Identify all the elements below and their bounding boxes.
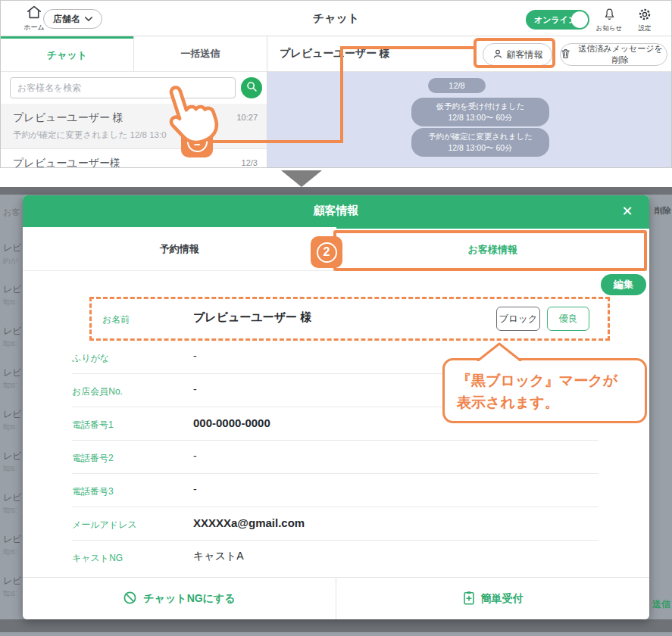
bg-fragment: 削除 (655, 205, 671, 217)
callout-tooltip: 『黒ブロック』マークが 表示されます。 (442, 358, 647, 423)
chat-ng-label: チャットNGにする (143, 592, 235, 606)
easy-reception-label: 簡単受付 (481, 592, 524, 606)
system-message-line: 予約が確定に変更されました (416, 131, 545, 142)
modal-title: 顧客情報 (23, 204, 649, 218)
bell-icon (603, 11, 616, 23)
chat-date-chip: 12/8 (428, 78, 486, 93)
tab-chat[interactable]: チャット (1, 36, 133, 71)
field-label: お店会員No. (72, 385, 123, 398)
search-input[interactable] (10, 77, 236, 98)
field-row: 電話番号3 - (23, 474, 649, 507)
callout-text: 表示されます。 (457, 391, 633, 413)
search-button[interactable] (241, 77, 262, 98)
step-2-badge: 2 (311, 236, 342, 268)
field-label: お名前 (102, 313, 130, 326)
system-message-line: 12/8 13:00〜 60分 (416, 142, 545, 154)
annotation-connector (340, 46, 477, 49)
chat-ng-button[interactable]: チャットNGにする (23, 578, 336, 619)
bg-fragment: レビ (3, 242, 22, 254)
dim-strip (0, 187, 672, 195)
search-icon (246, 81, 258, 95)
field-value: 000-0000-0000 (193, 416, 270, 429)
field-label: ふりがな (72, 352, 109, 365)
settings-button[interactable]: 設定 (628, 8, 661, 33)
bg-fragment: ttps: (3, 547, 17, 556)
bg-fragment: レビ (3, 575, 22, 588)
system-message-chip: 予約が確定に変更されました 12/8 13:00〜 60分 (411, 128, 549, 157)
callout-text: 『黒ブロック』マークが (457, 369, 633, 391)
customer-info-button[interactable]: 顧客情報 (483, 43, 552, 66)
field-value: キャストA (193, 550, 244, 563)
field-value: - (193, 483, 197, 495)
step-2-number: 2 (317, 242, 337, 263)
field-label: メールアドレス (72, 519, 137, 532)
delete-sent-messages-button[interactable]: 送信済みメッセージを削除 (560, 43, 667, 66)
block-button[interactable]: ブロック (496, 307, 540, 331)
customer-name-value: プレビューユーザー 様 (193, 310, 311, 325)
chat-message-area: 12/8 仮予約を受け付けました 12/8 13:00〜 60分 予約が確定に変… (267, 72, 672, 168)
chat-screen: ホーム 店舗名 チャット オンライン お知らせ (0, 0, 672, 168)
field-label: 電話番号3 (72, 485, 114, 498)
system-message-line: 12/8 13:00〜 60分 (416, 112, 545, 123)
settings-label: 設定 (628, 24, 661, 33)
system-message-chip: 仮予約を受け付けました 12/8 13:00〜 60分 (411, 98, 549, 126)
bg-fragment: ttps: (3, 298, 17, 306)
section-divider (0, 169, 672, 187)
name-field-row: お名前 プレビューユーザー 様 ブロック 優良 (23, 297, 649, 341)
easy-reception-button[interactable]: 簡単受付 (336, 578, 649, 619)
app-screen: ホーム 店舗名 チャット オンライン お知らせ (0, 0, 672, 636)
field-label: 電話番号2 (72, 452, 114, 465)
bg-fragment: ttps: (3, 589, 17, 597)
step-1-badge: 1 (181, 126, 213, 157)
close-icon[interactable]: ✕ (617, 201, 637, 221)
tab-reservation-info[interactable]: 予約情報 (23, 227, 336, 270)
bg-fragment: ttps: (3, 464, 17, 472)
list-tabs: チャット 一括送信 (1, 36, 267, 72)
bg-fragment: ttps: (3, 339, 17, 348)
field-value: - (193, 383, 197, 395)
tab-customer-info[interactable]: お客様情報 (336, 227, 650, 270)
edit-button[interactable]: 編集 (601, 274, 646, 295)
field-row: メールアドレス XXXXXa@gmail.com (23, 507, 649, 541)
customer-info-label: 顧客情報 (507, 48, 543, 61)
bg-fragment: レビ (3, 408, 22, 421)
bg-fragment: レビ (3, 325, 22, 338)
dim-strip (0, 619, 672, 632)
field-label: キャストNG (72, 552, 123, 565)
field-value: - (193, 350, 197, 362)
trash-icon (561, 48, 570, 61)
chat-panel: プレビューユーザー 様 顧客情報 送信済みメッセージを削除 12/8 (267, 36, 672, 168)
clipboard-plus-icon (463, 591, 475, 607)
chat-item-time: 12/3 (242, 158, 258, 167)
bg-fragment: ttps: (3, 381, 17, 389)
modal-header: 顧客情報 ✕ (23, 195, 649, 227)
notifications-button[interactable]: お知らせ (592, 8, 626, 33)
search-row (1, 72, 267, 104)
person-icon (492, 48, 503, 61)
bg-fragment: ttps: (3, 506, 17, 514)
good-customer-button[interactable]: 優良 (547, 307, 589, 331)
dimmed-background: お客 削除 送信 レビ約がレビttps:レビttps:レビttps:レビttps… (0, 187, 672, 636)
chat-list-item[interactable]: プレビューユーザー様 12/3 (1, 149, 267, 168)
bg-fragment: レビ (3, 366, 22, 379)
bg-fragment: お客 (3, 207, 20, 218)
field-row: 電話番号2 - (23, 441, 649, 474)
step-1-number: 1 (187, 132, 208, 152)
delete-sent-messages-label: 送信済みメッセージを削除 (574, 43, 667, 66)
online-toggle[interactable]: オンライン (526, 10, 589, 30)
bg-fragment: レビ (3, 283, 22, 296)
chat-item-name: プレビューユーザー様 (13, 157, 120, 168)
bg-fragment: レビ (3, 533, 22, 546)
bg-fragment: レビ (3, 450, 22, 463)
gear-icon (638, 11, 652, 23)
field-value: - (193, 450, 197, 462)
down-arrow-icon (281, 170, 322, 187)
prohibition-icon (123, 591, 137, 607)
chat-list-panel: チャット 一括送信 プレビューユーザー 様 10:27 予約が確定に変更されまし… (1, 36, 267, 168)
chat-panel-header: プレビューユーザー 様 顧客情報 送信済みメッセージを削除 (267, 36, 672, 72)
bg-fragment: ttps: (3, 422, 17, 431)
field-row: キャストNG キャストA (23, 541, 649, 574)
bg-fragment: 約が (3, 256, 18, 267)
field-label: 電話番号1 (72, 419, 114, 432)
tab-bulk-send[interactable]: 一括送信 (133, 36, 267, 71)
